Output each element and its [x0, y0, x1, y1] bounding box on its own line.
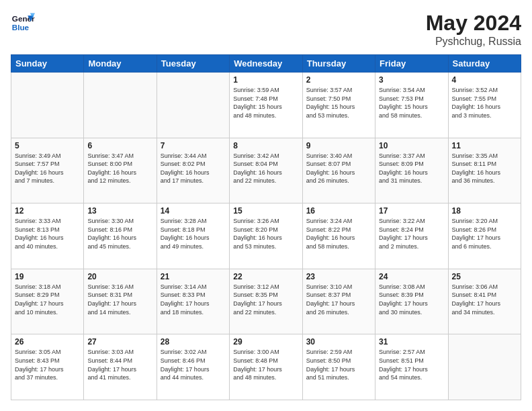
svg-text:Blue: Blue [12, 23, 30, 32]
col-tuesday: Tuesday [157, 55, 229, 73]
week-row-3: 12Sunrise: 3:33 AM Sunset: 8:13 PM Dayli… [11, 203, 521, 269]
day-info: Sunrise: 3:44 AM Sunset: 8:02 PM Dayligh… [161, 152, 226, 185]
calendar-cell: 6Sunrise: 3:47 AM Sunset: 8:00 PM Daylig… [84, 138, 157, 203]
week-row-5: 26Sunrise: 3:05 AM Sunset: 8:43 PM Dayli… [11, 334, 521, 400]
day-info: Sunrise: 3:30 AM Sunset: 8:16 PM Dayligh… [87, 217, 152, 250]
day-info: Sunrise: 3:52 AM Sunset: 7:55 PM Dayligh… [452, 86, 517, 120]
calendar-cell: 5Sunrise: 3:49 AM Sunset: 7:57 PM Daylig… [11, 138, 84, 203]
calendar-cell: 18Sunrise: 3:20 AM Sunset: 8:26 PM Dayli… [448, 203, 521, 269]
day-info: Sunrise: 3:54 AM Sunset: 7:53 PM Dayligh… [379, 86, 444, 120]
day-info: Sunrise: 3:37 AM Sunset: 8:09 PM Dayligh… [379, 152, 444, 185]
day-info: Sunrise: 3:16 AM Sunset: 8:31 PM Dayligh… [87, 283, 152, 316]
day-number: 19 [15, 272, 80, 281]
day-info: Sunrise: 3:14 AM Sunset: 8:33 PM Dayligh… [161, 283, 226, 316]
logo-icon: General Blue [11, 11, 35, 35]
day-number: 2 [306, 75, 371, 85]
calendar-cell: 26Sunrise: 3:05 AM Sunset: 8:43 PM Dayli… [11, 334, 84, 400]
page: General Blue May 2024 Pyshchug, Russia S… [0, 0, 532, 411]
day-number: 24 [379, 272, 444, 281]
day-info: Sunrise: 3:49 AM Sunset: 7:57 PM Dayligh… [15, 152, 80, 185]
day-info: Sunrise: 3:08 AM Sunset: 8:39 PM Dayligh… [379, 283, 444, 316]
calendar-cell: 29Sunrise: 3:00 AM Sunset: 8:48 PM Dayli… [230, 334, 302, 400]
calendar-cell: 13Sunrise: 3:30 AM Sunset: 8:16 PM Dayli… [84, 203, 157, 269]
calendar-cell: 12Sunrise: 3:33 AM Sunset: 8:13 PM Dayli… [11, 203, 84, 269]
calendar-cell: 23Sunrise: 3:10 AM Sunset: 8:37 PM Dayli… [302, 269, 375, 334]
day-info: Sunrise: 3:59 AM Sunset: 7:48 PM Dayligh… [233, 86, 298, 120]
day-number: 6 [87, 141, 152, 150]
calendar-table: Sunday Monday Tuesday Wednesday Thursday… [11, 54, 521, 400]
calendar-cell: 7Sunrise: 3:44 AM Sunset: 8:02 PM Daylig… [157, 138, 229, 203]
day-info: Sunrise: 3:26 AM Sunset: 8:20 PM Dayligh… [233, 217, 298, 250]
day-info: Sunrise: 2:57 AM Sunset: 8:51 PM Dayligh… [379, 348, 444, 381]
day-info: Sunrise: 3:24 AM Sunset: 8:22 PM Dayligh… [306, 217, 371, 250]
header: General Blue May 2024 Pyshchug, Russia [11, 11, 521, 48]
calendar-cell: 1Sunrise: 3:59 AM Sunset: 7:48 PM Daylig… [230, 73, 302, 138]
col-sunday: Sunday [11, 55, 84, 73]
week-row-1: 1Sunrise: 3:59 AM Sunset: 7:48 PM Daylig… [11, 73, 521, 138]
day-number: 22 [233, 272, 298, 281]
day-info: Sunrise: 2:59 AM Sunset: 8:50 PM Dayligh… [306, 348, 371, 381]
day-info: Sunrise: 3:05 AM Sunset: 8:43 PM Dayligh… [15, 348, 80, 381]
day-info: Sunrise: 3:02 AM Sunset: 8:46 PM Dayligh… [161, 348, 226, 381]
calendar-cell: 9Sunrise: 3:40 AM Sunset: 8:07 PM Daylig… [302, 138, 375, 203]
calendar-cell [157, 73, 229, 138]
day-number: 28 [161, 337, 226, 347]
day-info: Sunrise: 3:42 AM Sunset: 8:04 PM Dayligh… [233, 152, 298, 185]
day-number: 25 [452, 272, 517, 281]
col-friday: Friday [375, 55, 448, 73]
calendar-cell: 16Sunrise: 3:24 AM Sunset: 8:22 PM Dayli… [302, 203, 375, 269]
day-number: 20 [87, 272, 152, 281]
day-number: 26 [15, 337, 80, 347]
day-number: 9 [306, 141, 371, 150]
day-number: 1 [233, 75, 298, 85]
calendar-cell: 31Sunrise: 2:57 AM Sunset: 8:51 PM Dayli… [375, 334, 448, 400]
calendar-cell: 15Sunrise: 3:26 AM Sunset: 8:20 PM Dayli… [230, 203, 302, 269]
calendar-header-row: Sunday Monday Tuesday Wednesday Thursday… [11, 55, 521, 73]
day-info: Sunrise: 3:10 AM Sunset: 8:37 PM Dayligh… [306, 283, 371, 316]
calendar-cell: 3Sunrise: 3:54 AM Sunset: 7:53 PM Daylig… [375, 73, 448, 138]
calendar-cell: 2Sunrise: 3:57 AM Sunset: 7:50 PM Daylig… [302, 73, 375, 138]
col-monday: Monday [84, 55, 157, 73]
calendar-cell: 28Sunrise: 3:02 AM Sunset: 8:46 PM Dayli… [157, 334, 229, 400]
week-row-4: 19Sunrise: 3:18 AM Sunset: 8:29 PM Dayli… [11, 269, 521, 334]
calendar-cell: 10Sunrise: 3:37 AM Sunset: 8:09 PM Dayli… [375, 138, 448, 203]
day-number: 3 [379, 75, 444, 85]
col-thursday: Thursday [302, 55, 375, 73]
day-info: Sunrise: 3:06 AM Sunset: 8:41 PM Dayligh… [452, 283, 517, 316]
day-number: 29 [233, 337, 298, 347]
day-number: 8 [233, 141, 298, 150]
col-saturday: Saturday [448, 55, 521, 73]
day-info: Sunrise: 3:33 AM Sunset: 8:13 PM Dayligh… [15, 217, 80, 250]
day-number: 17 [379, 206, 444, 216]
calendar-cell: 11Sunrise: 3:35 AM Sunset: 8:11 PM Dayli… [448, 138, 521, 203]
day-info: Sunrise: 3:22 AM Sunset: 8:24 PM Dayligh… [379, 217, 444, 250]
calendar-cell: 25Sunrise: 3:06 AM Sunset: 8:41 PM Dayli… [448, 269, 521, 334]
calendar-cell: 4Sunrise: 3:52 AM Sunset: 7:55 PM Daylig… [448, 73, 521, 138]
calendar-cell: 22Sunrise: 3:12 AM Sunset: 8:35 PM Dayli… [230, 269, 302, 334]
day-number: 12 [15, 206, 80, 216]
day-number: 15 [233, 206, 298, 216]
day-info: Sunrise: 3:35 AM Sunset: 8:11 PM Dayligh… [452, 152, 517, 185]
day-number: 11 [452, 141, 517, 150]
day-info: Sunrise: 3:57 AM Sunset: 7:50 PM Dayligh… [306, 86, 371, 120]
day-info: Sunrise: 3:40 AM Sunset: 8:07 PM Dayligh… [306, 152, 371, 185]
calendar-cell: 19Sunrise: 3:18 AM Sunset: 8:29 PM Dayli… [11, 269, 84, 334]
calendar-cell: 14Sunrise: 3:28 AM Sunset: 8:18 PM Dayli… [157, 203, 229, 269]
calendar-cell: 20Sunrise: 3:16 AM Sunset: 8:31 PM Dayli… [84, 269, 157, 334]
day-info: Sunrise: 3:12 AM Sunset: 8:35 PM Dayligh… [233, 283, 298, 316]
col-wednesday: Wednesday [230, 55, 302, 73]
day-number: 30 [306, 337, 371, 347]
day-number: 18 [452, 206, 517, 216]
day-info: Sunrise: 3:20 AM Sunset: 8:26 PM Dayligh… [452, 217, 517, 250]
logo: General Blue [11, 11, 35, 35]
day-number: 13 [87, 206, 152, 216]
day-info: Sunrise: 3:03 AM Sunset: 8:44 PM Dayligh… [87, 348, 152, 381]
calendar-cell: 30Sunrise: 2:59 AM Sunset: 8:50 PM Dayli… [302, 334, 375, 400]
calendar-cell: 21Sunrise: 3:14 AM Sunset: 8:33 PM Dayli… [157, 269, 229, 334]
calendar-cell: 27Sunrise: 3:03 AM Sunset: 8:44 PM Dayli… [84, 334, 157, 400]
calendar-cell [84, 73, 157, 138]
title-block: May 2024 Pyshchug, Russia [426, 11, 521, 48]
day-number: 31 [379, 337, 444, 347]
calendar-cell: 17Sunrise: 3:22 AM Sunset: 8:24 PM Dayli… [375, 203, 448, 269]
day-number: 23 [306, 272, 371, 281]
